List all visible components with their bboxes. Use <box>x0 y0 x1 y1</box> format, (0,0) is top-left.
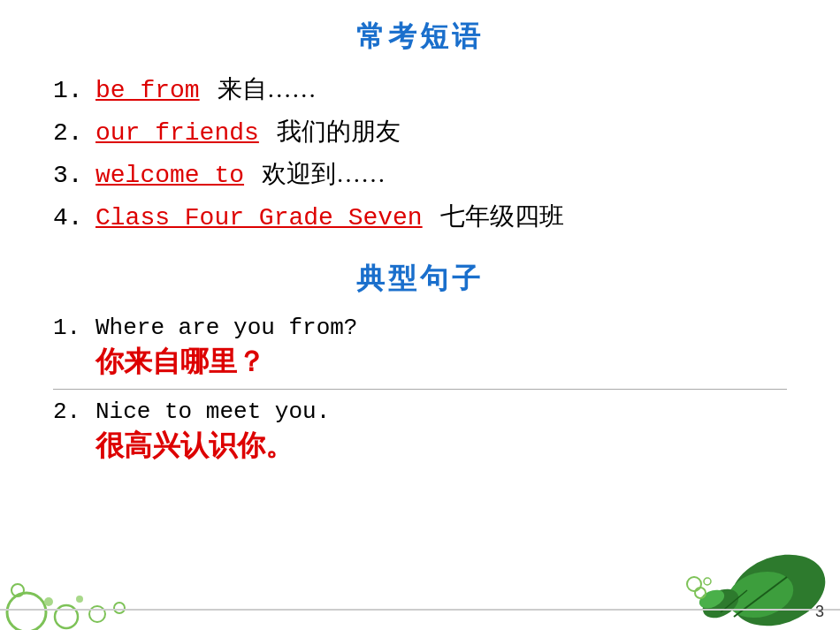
page: 常考短语 1. be from 来自…… 2. our friends 我们的朋… <box>0 0 840 630</box>
phrase-list: 1. be from 来自…… 2. our friends 我们的朋友 3. … <box>53 72 787 233</box>
phrase-item-2: 2. our friends 我们的朋友 <box>53 115 787 148</box>
sentence-num-2: 2. <box>53 398 85 425</box>
leaf-svg <box>645 550 840 630</box>
sentence-en-text-2: Nice to meet you. <box>95 398 330 425</box>
phrase-english-1: be from <box>95 77 200 104</box>
phrase-item-4: 4. Class Four Grade Seven 七年级四班 <box>53 200 787 233</box>
sentence-item-1: 1. Where are you from? 你来自哪里？ <box>53 315 787 390</box>
phrase-item-3: 3. welcome to 欢迎到…… <box>53 157 787 191</box>
circles-svg <box>0 550 177 630</box>
phrase-num-2: 2. <box>53 119 85 147</box>
sentence-zh-2: 很高兴认识你。 <box>53 427 787 466</box>
phrase-item-1: 1. be from 来自…… <box>53 72 787 106</box>
bottom-border <box>0 609 840 611</box>
phrase-english-3: welcome to <box>95 162 244 189</box>
svg-point-15 <box>687 577 701 591</box>
page-number: 3 <box>815 603 824 621</box>
section2: 典型句子 1. Where are you from? 你来自哪里？ 2. Ni… <box>53 260 787 466</box>
phrase-chinese-3: 欢迎到…… <box>262 157 386 191</box>
sentence-num-1: 1. <box>53 315 85 341</box>
section1-title: 常考短语 <box>53 18 787 57</box>
svg-point-4 <box>76 596 83 603</box>
svg-point-3 <box>44 597 53 606</box>
phrase-num-1: 1. <box>53 77 85 104</box>
svg-point-5 <box>114 603 125 613</box>
phrase-chinese-4: 七年级四班 <box>440 200 564 233</box>
phrase-num-4: 4. <box>53 204 85 232</box>
svg-point-13 <box>695 588 706 598</box>
section2-title: 典型句子 <box>53 260 787 299</box>
bottom-decoration <box>0 550 840 630</box>
phrase-english-2: our friends <box>95 119 259 147</box>
sentence-list: 1. Where are you from? 你来自哪里？ 2. Nice to… <box>53 315 787 466</box>
svg-point-0 <box>7 593 46 630</box>
sentence-zh-1: 你来自哪里？ <box>53 343 787 382</box>
leaf-decoration <box>645 550 840 630</box>
section1: 常考短语 1. be from 来自…… 2. our friends 我们的朋… <box>53 18 787 233</box>
phrase-english-4: Class Four Grade Seven <box>95 204 423 232</box>
svg-point-14 <box>704 578 711 585</box>
sentence-item-2: 2. Nice to meet you. 很高兴认识你。 <box>53 398 787 466</box>
phrase-num-3: 3. <box>53 162 85 189</box>
sentence-en-2: 2. Nice to meet you. <box>53 398 787 425</box>
sentence-en-text-1: Where are you from? <box>95 315 357 341</box>
divider-1 <box>53 389 787 390</box>
phrase-chinese-2: 我们的朋友 <box>277 115 401 148</box>
circles-decoration <box>0 550 177 630</box>
phrase-chinese-1: 来自…… <box>218 72 317 106</box>
sentence-en-1: 1. Where are you from? <box>53 315 787 341</box>
